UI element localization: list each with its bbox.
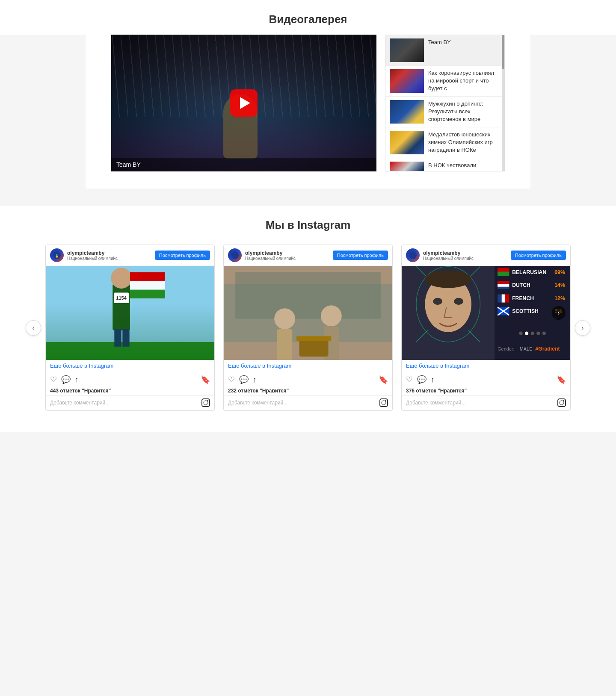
videogallery-section: Видеогалерея Team BY Team BY (0, 0, 616, 189)
svg-text:FRENCH: FRENCH (512, 295, 534, 301)
instagram-grid: 🏅 olympicteamby Национальный олимпийс По… (45, 245, 571, 411)
bookmark-icon[interactable]: 🔖 (201, 375, 210, 384)
scrollbar-thumb[interactable] (502, 35, 504, 69)
comment-icon[interactable]: 💬 (239, 375, 249, 384)
like-icon[interactable]: ♡ (50, 375, 57, 384)
thumb-image (390, 162, 424, 171)
view-profile-button[interactable]: Посмотреть профиль (155, 251, 210, 260)
comment-icon[interactable]: 💬 (417, 375, 426, 384)
svg-rect-49 (505, 295, 509, 303)
svg-rect-16 (235, 272, 381, 319)
svg-rect-42 (498, 281, 509, 284)
card-image: 1154 (46, 266, 214, 360)
more-instagram-link[interactable]: Еще больше в Instagram (402, 360, 570, 372)
sidebar-video-item[interactable]: Медалистов юношеских зимних Олимпийских … (385, 127, 504, 158)
svg-rect-4 (113, 284, 130, 330)
card-profile: olympicteamby Национальный олимпийс (406, 248, 474, 262)
view-profile-button[interactable]: Посмотреть профиль (333, 251, 388, 260)
instagram-card: olympicteamby Национальный олимпийс Посм… (223, 245, 393, 411)
profile-subtitle: Национальный олимпийс (67, 256, 118, 261)
next-arrow[interactable]: › (575, 320, 590, 336)
prev-arrow[interactable]: ‹ (26, 320, 41, 336)
svg-rect-10 (122, 329, 129, 347)
svg-point-58 (525, 331, 528, 335)
svg-point-59 (531, 331, 534, 335)
share-icon[interactable]: ↑ (253, 375, 257, 384)
svg-text:Gender:: Gender: (498, 346, 514, 351)
instagram-title: Мы в Instagram (26, 218, 590, 232)
instagram-grid-wrapper: ‹ 🏅 olympicteamby (26, 245, 590, 411)
likes-count: 376 отметок "Нравится" (402, 388, 570, 395)
video-item-title: Team BY (428, 38, 451, 46)
svg-text:12%: 12% (554, 295, 565, 301)
like-icon[interactable]: ♡ (228, 375, 235, 384)
card-header: 🏅 olympicteamby Национальный олимпийс По… (46, 245, 214, 266)
svg-rect-6 (130, 272, 165, 281)
svg-text:SCOTTISH: SCOTTISH (512, 308, 539, 314)
svg-rect-18 (277, 329, 292, 360)
play-button[interactable] (230, 89, 258, 117)
svg-point-17 (274, 308, 295, 329)
svg-point-13 (231, 251, 239, 259)
svg-point-60 (536, 331, 540, 335)
svg-rect-8 (130, 290, 165, 298)
scrollbar[interactable] (502, 35, 504, 171)
video-container: Team BY Team BY Как коронавирус повлиял … (86, 35, 530, 189)
bookmark-icon[interactable]: 🔖 (557, 375, 566, 384)
bookmark-icon[interactable]: 🔖 (379, 375, 388, 384)
share-icon[interactable]: ↑ (431, 375, 435, 384)
svg-text:#Gradient: #Gradient (535, 346, 560, 352)
video-item-title: Как коронавирус повлиял на мировой спорт… (428, 69, 500, 93)
more-instagram-link[interactable]: Еще больше в Instagram (46, 360, 214, 372)
sidebar-video-item[interactable]: Как коронавирус повлиял на мировой спорт… (385, 66, 504, 97)
svg-text:MALE: MALE (520, 346, 533, 351)
comment-icon[interactable]: 💬 (61, 375, 71, 384)
svg-rect-44 (498, 287, 509, 289)
svg-text:69%: 69% (554, 269, 565, 275)
svg-point-19 (321, 305, 342, 326)
svg-text:14%: 14% (554, 282, 565, 288)
svg-text:1154: 1154 (116, 295, 127, 301)
svg-text:🏅: 🏅 (55, 254, 59, 258)
instagram-icon (557, 398, 566, 407)
profile-name: olympicteamby (423, 250, 474, 256)
profile-name: olympicteamby (245, 250, 296, 256)
profile-info: olympicteamby Национальный олимпийс (423, 250, 474, 261)
comment-area: Добавьте комментарий... (402, 395, 570, 410)
card-profile: 🏅 olympicteamby Национальный олимпийс (50, 248, 118, 262)
svg-text:DUTCH: DUTCH (512, 282, 530, 288)
instagram-icon (379, 398, 388, 407)
sidebar-video-item[interactable]: Мужжухин о допинге: Результаты всех спор… (385, 97, 504, 127)
thumb-image (390, 69, 424, 93)
card-header: olympicteamby Национальный олимпийс Посм… (224, 245, 392, 266)
comment-placeholder[interactable]: Добавьте комментарий... (50, 400, 198, 406)
comment-placeholder[interactable]: Добавьте комментарий... (228, 400, 376, 406)
like-icon[interactable]: ♡ (406, 375, 413, 384)
avatar: 🏅 (50, 248, 64, 262)
card-image: ETHNICITY ESTIMATE (402, 266, 570, 360)
sidebar-video-item[interactable]: Team BY (385, 35, 504, 66)
view-profile-button[interactable]: Посмотреть профиль (511, 251, 566, 260)
profile-info: olympicteamby Национальный олимпийс (67, 250, 118, 261)
avatar (406, 248, 420, 262)
svg-point-35 (454, 298, 463, 305)
video-sidebar[interactable]: Team BY Как коронавирус повлиял на миров… (385, 35, 505, 171)
video-thumb (390, 69, 424, 93)
thumb-image (390, 38, 424, 62)
more-instagram-link[interactable]: Еще больше в Instagram (224, 360, 392, 372)
video-thumb (390, 131, 424, 154)
instagram-icon (201, 398, 210, 407)
share-icon[interactable]: ↑ (75, 375, 79, 384)
card-actions: ♡ 💬 ↑ 🔖 (402, 372, 570, 388)
instagram-section: Мы в Instagram ‹ 🏅 (0, 206, 616, 432)
svg-point-5 (111, 268, 132, 289)
svg-rect-22 (296, 336, 332, 341)
sidebar-video-item[interactable]: В НОК чествовали призёров юношеских Олим… (385, 158, 504, 171)
video-item-title: Мужжухин о допинге: Результаты всех спор… (428, 100, 500, 124)
video-thumbnail (111, 35, 376, 171)
comment-placeholder[interactable]: Добавьте комментарий... (406, 400, 554, 406)
athlete-image: 1154 (46, 266, 214, 360)
video-thumb (390, 38, 424, 62)
profile-name: olympicteamby (67, 250, 118, 256)
video-player[interactable]: Team BY (111, 35, 376, 171)
